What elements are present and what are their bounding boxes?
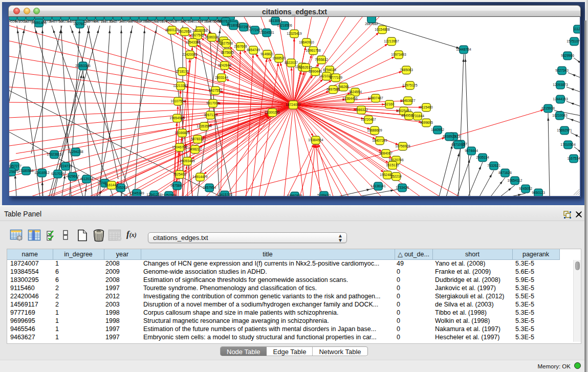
svg-text:15180586: 15180586 xyxy=(18,169,34,172)
svg-text:10756928: 10756928 xyxy=(395,144,410,148)
svg-text:12444153: 12444153 xyxy=(553,97,568,101)
svg-text:10334531: 10334531 xyxy=(259,31,274,34)
svg-text:19166825: 19166825 xyxy=(175,131,190,135)
svg-text:1527602: 1527602 xyxy=(73,22,86,26)
svg-text:4429607: 4429607 xyxy=(66,174,79,178)
svg-text:3875685: 3875685 xyxy=(221,51,234,54)
svg-text:12416912: 12416912 xyxy=(34,171,50,174)
svg-text:1362615: 1362615 xyxy=(299,65,312,69)
svg-text:12213957: 12213957 xyxy=(384,39,399,43)
svg-text:9731844: 9731844 xyxy=(411,114,424,118)
svg-text:18992829: 18992829 xyxy=(287,194,302,196)
svg-text:12213382: 12213382 xyxy=(173,84,188,87)
svg-text:9327503: 9327503 xyxy=(191,33,204,37)
svg-text:1167534: 1167534 xyxy=(567,157,580,160)
svg-text:3624554: 3624554 xyxy=(349,90,362,94)
svg-text:17010504: 17010504 xyxy=(560,143,576,146)
svg-text:8427552: 8427552 xyxy=(209,89,222,92)
svg-text:8471626: 8471626 xyxy=(498,171,512,174)
svg-text:9084067: 9084067 xyxy=(379,151,393,155)
svg-text:1615132: 1615132 xyxy=(386,163,399,167)
svg-text:8215938: 8215938 xyxy=(541,106,555,110)
svg-text:2935114: 2935114 xyxy=(476,156,489,159)
svg-text:6217026: 6217026 xyxy=(51,172,64,176)
svg-text:10323815: 10323815 xyxy=(47,152,62,156)
svg-text:16154808: 16154808 xyxy=(375,28,390,31)
svg-text:21364436: 21364436 xyxy=(342,97,358,100)
svg-text:10654112: 10654112 xyxy=(508,179,522,182)
svg-text:9245052: 9245052 xyxy=(519,187,532,190)
svg-text:7485063: 7485063 xyxy=(400,68,413,72)
svg-text:16961758: 16961758 xyxy=(306,49,321,52)
svg-text:16415740: 16415740 xyxy=(217,193,232,196)
svg-text:4112034: 4112034 xyxy=(80,177,93,181)
svg-text:19218506: 19218506 xyxy=(277,24,292,27)
svg-text:5878332: 5878332 xyxy=(191,137,204,141)
svg-text:20053346: 20053346 xyxy=(75,64,91,68)
svg-text:8186328: 8186328 xyxy=(205,35,219,39)
svg-text:12541238: 12541238 xyxy=(146,193,162,196)
svg-text:14136141: 14136141 xyxy=(371,184,386,188)
svg-text:1733426: 1733426 xyxy=(396,186,409,189)
svg-text:18300295: 18300295 xyxy=(265,111,280,114)
svg-text:2367608: 2367608 xyxy=(234,45,247,48)
svg-text:9474444: 9474444 xyxy=(465,149,478,152)
svg-text:5188470: 5188470 xyxy=(317,193,331,196)
svg-text:11120: 11120 xyxy=(573,27,580,31)
svg-text:9146821: 9146821 xyxy=(260,52,274,56)
svg-text:9161443: 9161443 xyxy=(105,183,118,187)
svg-text:16093489: 16093489 xyxy=(180,159,195,163)
svg-text:9777109: 9777109 xyxy=(329,76,342,79)
svg-text:9115460: 9115460 xyxy=(420,105,433,109)
svg-text:9227343: 9227343 xyxy=(555,69,569,72)
svg-text:14914479: 14914479 xyxy=(192,175,208,179)
svg-text:252214: 252214 xyxy=(390,174,402,178)
svg-text:18640910: 18640910 xyxy=(299,40,314,44)
svg-text:2803144: 2803144 xyxy=(215,76,228,79)
svg-text:1640952: 1640952 xyxy=(431,128,444,132)
svg-text:9329966: 9329966 xyxy=(561,54,574,57)
svg-text:7955812: 7955812 xyxy=(315,58,328,61)
svg-text:20091406: 20091406 xyxy=(31,21,47,25)
svg-text:8912958: 8912958 xyxy=(178,30,191,33)
svg-text:8813054: 8813054 xyxy=(269,19,282,23)
svg-text:2457954: 2457954 xyxy=(203,186,216,189)
svg-text:6497568: 6497568 xyxy=(326,87,340,91)
svg-text:24425670: 24425670 xyxy=(9,170,19,173)
svg-text:10688609: 10688609 xyxy=(367,128,382,132)
svg-text:10543382: 10543382 xyxy=(185,40,201,44)
svg-text:8454749: 8454749 xyxy=(247,48,260,52)
svg-text:18407249: 18407249 xyxy=(372,139,387,142)
svg-text:2718176: 2718176 xyxy=(176,70,189,73)
svg-text:16448784: 16448784 xyxy=(456,48,471,51)
svg-text:8224730: 8224730 xyxy=(59,164,72,168)
svg-text:12325419: 12325419 xyxy=(287,32,302,35)
svg-text:7625402: 7625402 xyxy=(173,172,186,176)
svg-text:19654985: 19654985 xyxy=(169,116,185,120)
svg-text:10807487: 10807487 xyxy=(368,96,383,100)
svg-text:16210043: 16210043 xyxy=(552,114,568,117)
svg-text:8322037: 8322037 xyxy=(285,61,298,64)
svg-text:21257684: 21257684 xyxy=(161,193,177,196)
svg-text:10107553: 10107553 xyxy=(170,99,186,103)
svg-text:9875847: 9875847 xyxy=(170,184,184,187)
svg-text:22420046: 22420046 xyxy=(182,53,198,56)
svg-text:12353594: 12353594 xyxy=(197,124,212,128)
svg-text:19384554: 19384554 xyxy=(308,138,323,142)
svg-text:6794028: 6794028 xyxy=(323,68,336,72)
svg-text:9317006: 9317006 xyxy=(206,101,220,105)
svg-text:15692971: 15692971 xyxy=(557,128,572,132)
svg-text:62160: 62160 xyxy=(385,102,395,106)
svg-text:1218062: 1218062 xyxy=(227,24,240,27)
svg-text:2687682: 2687682 xyxy=(365,22,378,26)
svg-text:10973493: 10973493 xyxy=(391,53,406,56)
svg-text:15720407: 15720407 xyxy=(361,118,376,121)
svg-text:15751074: 15751074 xyxy=(567,39,580,43)
svg-text:12975125: 12975125 xyxy=(402,83,418,87)
svg-text:9450123: 9450123 xyxy=(532,191,545,194)
svg-text:9242848: 9242848 xyxy=(218,63,231,67)
svg-text:15046708: 15046708 xyxy=(172,145,187,149)
svg-text:9498222: 9498222 xyxy=(188,147,202,151)
svg-text:18724007: 18724007 xyxy=(286,103,301,106)
svg-text:7632621: 7632621 xyxy=(487,164,500,167)
